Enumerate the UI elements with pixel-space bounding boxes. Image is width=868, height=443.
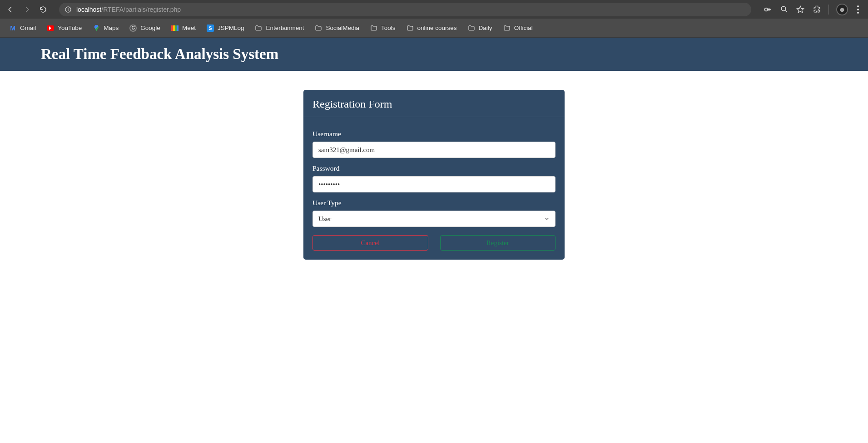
url-text: localhost/RTEFA/partials/register.php (76, 6, 181, 13)
register-button[interactable]: Register (440, 235, 556, 251)
profile-avatar[interactable]: ⬤ (836, 4, 848, 15)
separator (828, 5, 829, 15)
bookmark-gmail[interactable]: M Gmail (5, 22, 40, 34)
registration-card: Registration Form Username Password User… (303, 90, 565, 260)
bookmark-label: online courses (417, 25, 457, 31)
bookmark-jspmlog[interactable]: S JSPMLog (202, 22, 249, 34)
maps-icon (93, 25, 100, 32)
bookmark-google[interactable]: G Google (125, 22, 165, 34)
forward-icon[interactable] (23, 5, 31, 14)
folder-icon (370, 25, 377, 32)
svg-rect-2 (68, 9, 68, 11)
zoom-icon[interactable] (779, 5, 789, 14)
card-body: Username Password User Type User Cancel … (303, 117, 565, 260)
cancel-button[interactable]: Cancel (312, 235, 428, 251)
meet-icon (171, 25, 179, 32)
bookmark-tools[interactable]: Tools (366, 22, 400, 34)
username-input[interactable] (312, 142, 556, 158)
bookmark-label: Meet (182, 25, 196, 31)
bookmark-official[interactable]: Official (499, 22, 537, 34)
folder-icon (468, 25, 475, 32)
svg-point-1 (68, 8, 69, 9)
folder-icon (315, 25, 322, 32)
s-badge-icon: S (207, 25, 214, 32)
password-input[interactable] (312, 176, 556, 192)
password-key-icon[interactable] (763, 5, 772, 14)
bookmark-youtube[interactable]: YouTube (42, 22, 86, 34)
bookmarks-bar: M Gmail YouTube Maps G Google Meet S JSP… (0, 19, 868, 38)
browser-toolbar: localhost/RTEFA/partials/register.php ⬤ (0, 0, 868, 19)
bookmark-socialmedia[interactable]: SocialMedia (310, 22, 364, 34)
card-title: Registration Form (303, 90, 565, 117)
bookmark-label: Google (140, 25, 160, 31)
bookmark-label: Entertainment (266, 25, 304, 31)
google-icon: G (129, 25, 137, 32)
username-label: Username (312, 130, 556, 138)
bookmark-label: Gmail (20, 25, 36, 31)
toolbar-right: ⬤ (763, 4, 864, 15)
bookmark-label: Tools (381, 25, 396, 31)
page-header: Real Time Feedback Analysis System (0, 38, 868, 71)
page-content: Registration Form Username Password User… (0, 71, 868, 260)
bookmark-label: Official (514, 25, 533, 31)
reload-icon[interactable] (39, 5, 47, 14)
bookmark-star-icon[interactable] (796, 5, 805, 14)
youtube-icon (47, 25, 54, 32)
info-icon (64, 6, 72, 13)
bookmark-label: YouTube (58, 25, 82, 31)
password-label: Password (312, 164, 556, 172)
usertype-select[interactable]: User (312, 211, 556, 227)
bookmark-label: SocialMedia (326, 25, 359, 31)
bookmark-online-courses[interactable]: online courses (402, 22, 461, 34)
usertype-label: User Type (312, 199, 556, 207)
bookmark-label: JSPMLog (218, 25, 244, 31)
svg-point-4 (781, 6, 786, 11)
bookmark-meet[interactable]: Meet (167, 22, 200, 34)
back-icon[interactable] (6, 5, 15, 14)
address-bar[interactable]: localhost/RTEFA/partials/register.php (59, 3, 751, 16)
page-title: Real Time Feedback Analysis System (41, 46, 868, 63)
folder-icon (255, 25, 262, 32)
bookmark-maps[interactable]: Maps (88, 22, 123, 34)
menu-icon[interactable] (855, 5, 861, 14)
svg-point-3 (764, 8, 768, 11)
folder-icon (407, 25, 414, 32)
folder-icon (503, 25, 511, 32)
bookmark-label: Maps (104, 25, 119, 31)
bookmark-label: Daily (479, 25, 492, 31)
extensions-icon[interactable] (812, 5, 821, 14)
gmail-icon: M (9, 25, 16, 32)
bookmark-entertainment[interactable]: Entertainment (250, 22, 308, 34)
bookmark-daily[interactable]: Daily (463, 22, 497, 34)
